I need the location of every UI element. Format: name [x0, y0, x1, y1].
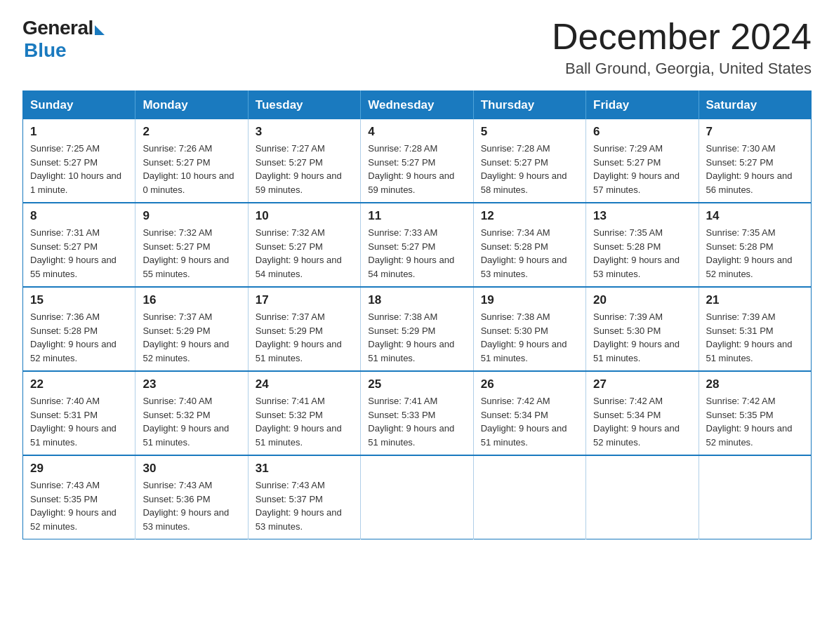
- calendar-week-row: 22 Sunrise: 7:40 AMSunset: 5:31 PMDaylig…: [23, 371, 812, 455]
- calendar-day-cell: 26 Sunrise: 7:42 AMSunset: 5:34 PMDaylig…: [473, 371, 585, 455]
- day-number: 4: [368, 125, 465, 139]
- day-number: 20: [593, 293, 691, 307]
- day-number: 28: [706, 377, 804, 391]
- calendar-day-cell: 30 Sunrise: 7:43 AMSunset: 5:36 PMDaylig…: [135, 455, 248, 539]
- logo: General Blue: [22, 17, 105, 62]
- weekday-header-wednesday: Wednesday: [361, 91, 473, 120]
- page-subtitle: Ball Ground, Georgia, United States: [552, 60, 812, 78]
- day-number: 11: [368, 209, 465, 223]
- day-info: Sunrise: 7:38 AMSunset: 5:29 PMDaylight:…: [368, 310, 465, 365]
- day-info: Sunrise: 7:39 AMSunset: 5:31 PMDaylight:…: [706, 310, 804, 365]
- calendar-day-cell: 12 Sunrise: 7:34 AMSunset: 5:28 PMDaylig…: [473, 203, 585, 287]
- calendar-week-row: 1 Sunrise: 7:25 AMSunset: 5:27 PMDayligh…: [23, 119, 812, 203]
- day-info: Sunrise: 7:41 AMSunset: 5:32 PMDaylight:…: [256, 394, 353, 449]
- day-info: Sunrise: 7:43 AMSunset: 5:36 PMDaylight:…: [143, 478, 240, 533]
- weekday-header-sunday: Sunday: [23, 91, 135, 120]
- weekday-header-saturday: Saturday: [699, 91, 811, 120]
- calendar-day-cell: 28 Sunrise: 7:42 AMSunset: 5:35 PMDaylig…: [699, 371, 811, 455]
- day-number: 15: [30, 293, 128, 307]
- day-info: Sunrise: 7:30 AMSunset: 5:27 PMDaylight:…: [706, 142, 804, 196]
- day-number: 14: [706, 209, 804, 223]
- calendar-day-cell: 18 Sunrise: 7:38 AMSunset: 5:29 PMDaylig…: [361, 287, 473, 371]
- day-number: 12: [481, 209, 578, 223]
- calendar-day-cell: 14 Sunrise: 7:35 AMSunset: 5:28 PMDaylig…: [699, 203, 811, 287]
- day-number: 2: [143, 125, 240, 139]
- day-info: Sunrise: 7:37 AMSunset: 5:29 PMDaylight:…: [256, 310, 353, 365]
- logo-general-text: General: [22, 17, 93, 39]
- day-info: Sunrise: 7:40 AMSunset: 5:32 PMDaylight:…: [143, 394, 240, 449]
- title-block: December 2024 Ball Ground, Georgia, Unit…: [552, 17, 812, 78]
- day-number: 24: [256, 377, 353, 391]
- day-info: Sunrise: 7:31 AMSunset: 5:27 PMDaylight:…: [30, 226, 128, 281]
- calendar-day-cell: 29 Sunrise: 7:43 AMSunset: 5:35 PMDaylig…: [23, 455, 135, 539]
- day-info: Sunrise: 7:26 AMSunset: 5:27 PMDaylight:…: [143, 142, 240, 196]
- calendar-day-cell: 6 Sunrise: 7:29 AMSunset: 5:27 PMDayligh…: [586, 119, 699, 203]
- day-number: 25: [368, 377, 465, 391]
- calendar-day-cell: 20 Sunrise: 7:39 AMSunset: 5:30 PMDaylig…: [586, 287, 699, 371]
- calendar-day-cell: 11 Sunrise: 7:33 AMSunset: 5:27 PMDaylig…: [361, 203, 473, 287]
- calendar-day-cell: 7 Sunrise: 7:30 AMSunset: 5:27 PMDayligh…: [699, 119, 811, 203]
- day-number: 22: [30, 377, 128, 391]
- day-number: 21: [706, 293, 804, 307]
- calendar-week-row: 15 Sunrise: 7:36 AMSunset: 5:28 PMDaylig…: [23, 287, 812, 371]
- calendar-day-cell: 22 Sunrise: 7:40 AMSunset: 5:31 PMDaylig…: [23, 371, 135, 455]
- calendar-day-cell: 5 Sunrise: 7:28 AMSunset: 5:27 PMDayligh…: [473, 119, 585, 203]
- weekday-header-monday: Monday: [135, 91, 248, 120]
- day-number: 7: [706, 125, 804, 139]
- day-info: Sunrise: 7:28 AMSunset: 5:27 PMDaylight:…: [368, 142, 465, 196]
- logo-triangle-icon: [95, 25, 105, 35]
- day-number: 13: [593, 209, 691, 223]
- calendar-day-cell: 17 Sunrise: 7:37 AMSunset: 5:29 PMDaylig…: [248, 287, 360, 371]
- day-number: 31: [256, 462, 353, 476]
- calendar-header-row: SundayMondayTuesdayWednesdayThursdayFrid…: [23, 91, 812, 120]
- day-info: Sunrise: 7:29 AMSunset: 5:27 PMDaylight:…: [593, 142, 691, 196]
- day-info: Sunrise: 7:34 AMSunset: 5:28 PMDaylight:…: [481, 226, 578, 281]
- day-info: Sunrise: 7:42 AMSunset: 5:34 PMDaylight:…: [481, 394, 578, 449]
- day-number: 8: [30, 209, 128, 223]
- day-info: Sunrise: 7:37 AMSunset: 5:29 PMDaylight:…: [143, 310, 240, 365]
- calendar-day-cell: 4 Sunrise: 7:28 AMSunset: 5:27 PMDayligh…: [361, 119, 473, 203]
- day-number: 29: [30, 462, 128, 476]
- calendar-day-cell: 27 Sunrise: 7:42 AMSunset: 5:34 PMDaylig…: [586, 371, 699, 455]
- calendar-week-row: 29 Sunrise: 7:43 AMSunset: 5:35 PMDaylig…: [23, 455, 812, 539]
- day-number: 23: [143, 377, 240, 391]
- calendar-day-cell: 25 Sunrise: 7:41 AMSunset: 5:33 PMDaylig…: [361, 371, 473, 455]
- day-number: 3: [256, 125, 353, 139]
- calendar-day-cell: [586, 455, 699, 539]
- calendar-day-cell: 10 Sunrise: 7:32 AMSunset: 5:27 PMDaylig…: [248, 203, 360, 287]
- calendar-day-cell: 16 Sunrise: 7:37 AMSunset: 5:29 PMDaylig…: [135, 287, 248, 371]
- day-number: 9: [143, 209, 240, 223]
- calendar-day-cell: 19 Sunrise: 7:38 AMSunset: 5:30 PMDaylig…: [473, 287, 585, 371]
- page-title: December 2024: [552, 17, 812, 57]
- calendar-day-cell: [473, 455, 585, 539]
- day-number: 10: [256, 209, 353, 223]
- calendar-day-cell: 2 Sunrise: 7:26 AMSunset: 5:27 PMDayligh…: [135, 119, 248, 203]
- day-info: Sunrise: 7:32 AMSunset: 5:27 PMDaylight:…: [256, 226, 353, 281]
- calendar-day-cell: 9 Sunrise: 7:32 AMSunset: 5:27 PMDayligh…: [135, 203, 248, 287]
- day-number: 6: [593, 125, 691, 139]
- day-info: Sunrise: 7:38 AMSunset: 5:30 PMDaylight:…: [481, 310, 578, 365]
- weekday-header-friday: Friday: [586, 91, 699, 120]
- day-number: 26: [481, 377, 578, 391]
- calendar-table: SundayMondayTuesdayWednesdayThursdayFrid…: [22, 90, 812, 539]
- day-number: 5: [481, 125, 578, 139]
- day-info: Sunrise: 7:33 AMSunset: 5:27 PMDaylight:…: [368, 226, 465, 281]
- calendar-day-cell: [361, 455, 473, 539]
- day-number: 30: [143, 462, 240, 476]
- day-info: Sunrise: 7:27 AMSunset: 5:27 PMDaylight:…: [256, 142, 353, 196]
- day-info: Sunrise: 7:36 AMSunset: 5:28 PMDaylight:…: [30, 310, 128, 365]
- calendar-day-cell: 15 Sunrise: 7:36 AMSunset: 5:28 PMDaylig…: [23, 287, 135, 371]
- calendar-day-cell: [699, 455, 811, 539]
- calendar-week-row: 8 Sunrise: 7:31 AMSunset: 5:27 PMDayligh…: [23, 203, 812, 287]
- logo-blue-text: Blue: [24, 39, 67, 62]
- day-info: Sunrise: 7:35 AMSunset: 5:28 PMDaylight:…: [706, 226, 804, 281]
- calendar-day-cell: 23 Sunrise: 7:40 AMSunset: 5:32 PMDaylig…: [135, 371, 248, 455]
- page-header: General Blue December 2024 Ball Ground, …: [22, 17, 812, 78]
- calendar-day-cell: 21 Sunrise: 7:39 AMSunset: 5:31 PMDaylig…: [699, 287, 811, 371]
- weekday-header-tuesday: Tuesday: [248, 91, 360, 120]
- day-info: Sunrise: 7:28 AMSunset: 5:27 PMDaylight:…: [481, 142, 578, 196]
- day-number: 16: [143, 293, 240, 307]
- calendar-day-cell: 8 Sunrise: 7:31 AMSunset: 5:27 PMDayligh…: [23, 203, 135, 287]
- calendar-day-cell: 1 Sunrise: 7:25 AMSunset: 5:27 PMDayligh…: [23, 119, 135, 203]
- day-info: Sunrise: 7:25 AMSunset: 5:27 PMDaylight:…: [30, 142, 128, 196]
